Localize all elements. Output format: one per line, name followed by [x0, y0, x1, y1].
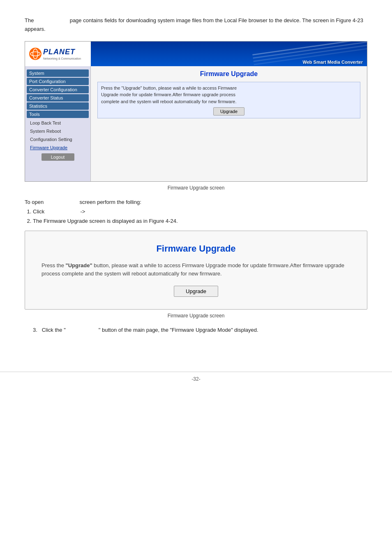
sidebar-item-config-setting[interactable]: Configuration Setting	[25, 135, 90, 143]
step3-suffix: " button of the main page, the "Firmware…	[99, 327, 258, 333]
firmware-box-description: Press the "Upgrade" button, please wait …	[42, 261, 350, 279]
desc-line3: complete and the system will reboot auto…	[101, 99, 237, 104]
content-title: Firmware Upgrade	[97, 70, 360, 78]
svg-point-0	[30, 49, 40, 59]
step-3: 3. Click the "" button of the main page,…	[33, 327, 367, 333]
caption-2: Firmware Upgrade screen	[25, 313, 367, 319]
page-container: The page contains fields for downloading…	[0, 0, 392, 355]
page-footer: -32-	[0, 372, 392, 386]
sidebar-item-port-config[interactable]: Port Configuration	[27, 78, 89, 85]
to-open-prefix: To open	[25, 199, 44, 205]
step-2: The Firmware Upgrade screen is displayed…	[33, 218, 367, 224]
sidebar-item-logout[interactable]: Logout	[42, 153, 74, 161]
step-1: Click ->	[33, 208, 367, 215]
to-open-suffix: screen perform the folling:	[80, 199, 141, 205]
firmware-upgrade-btn[interactable]: Upgrade	[174, 286, 218, 297]
header-right: Web Smart Media Converter	[91, 42, 367, 66]
intro-prefix: The	[25, 17, 34, 23]
step3-label: 3.	[33, 327, 37, 333]
web-smart-label: Web Smart Media Converter	[302, 60, 363, 65]
firmware-box-title: Firmware Upgrade	[42, 243, 350, 254]
open-blank	[45, 200, 78, 205]
firmware-upgrade-box: Firmware Upgrade Press the "Upgrade" but…	[25, 231, 367, 310]
sidebar-item-system-reboot[interactable]: System Reboot	[25, 127, 90, 135]
sidebar-item-converter-status[interactable]: Converter Status	[27, 94, 89, 102]
planet-icon	[29, 48, 42, 60]
logo-sub: Networking & Communication	[43, 57, 81, 60]
content-area: Firmware Upgrade Press the "Upgrade" but…	[91, 66, 367, 181]
sidebar-item-system[interactable]: System	[27, 69, 89, 77]
step1-blank	[46, 209, 79, 214]
sidebar-item-tools[interactable]: Tools	[27, 111, 89, 118]
web-ui-header: PLANET Networking & Communication Web Sm…	[25, 42, 367, 66]
web-ui-body: System Port Configuration Converter Conf…	[25, 66, 367, 181]
desc-line1: Press the "Upgrade" button, please wait …	[101, 86, 237, 90]
sidebar-item-loop-back[interactable]: Loop Back Test	[25, 119, 90, 127]
upgrade-button-small[interactable]: Upgrade	[213, 107, 244, 116]
sidebar-item-firmware-upgrade[interactable]: Firmware Upgrade	[25, 143, 90, 152]
sidebar: System Port Configuration Converter Conf…	[25, 66, 91, 181]
content-description: Press the "Upgrade" button, please wait …	[97, 82, 360, 119]
logo-text-block: PLANET Networking & Communication	[43, 48, 81, 60]
steps-list: Click -> The Firmware Upgrade screen is …	[33, 208, 367, 224]
intro-middle: page contains fields for downloading sys…	[25, 17, 363, 32]
caption-1: Firmware Upgrade screen	[25, 185, 367, 191]
web-ui-screenshot: PLANET Networking & Communication Web Sm…	[25, 41, 367, 182]
step3-blank	[66, 328, 99, 333]
step1-text: Click	[33, 208, 44, 215]
logo-name: PLANET	[43, 48, 81, 56]
to-open-text: To open screen perform the folling:	[25, 199, 367, 205]
intro-blank	[35, 18, 68, 23]
step3-prefix: Click the "	[42, 327, 66, 333]
step1-arrow: ->	[80, 208, 85, 215]
desc-line2: Upgrade mode for update firmware.After f…	[101, 92, 235, 97]
desc-bold: "Upgrade"	[66, 262, 92, 268]
planet-logo: PLANET Networking & Communication	[25, 42, 91, 66]
sidebar-item-converter-config[interactable]: Converter Configuration	[27, 86, 89, 93]
sidebar-item-statistics[interactable]: Statistics	[27, 102, 89, 110]
intro-paragraph: The page contains fields for downloading…	[25, 16, 367, 34]
desc-prefix: Press the	[42, 262, 66, 268]
logo-container: PLANET Networking & Communication	[29, 48, 81, 60]
page-number: -32-	[191, 376, 200, 382]
